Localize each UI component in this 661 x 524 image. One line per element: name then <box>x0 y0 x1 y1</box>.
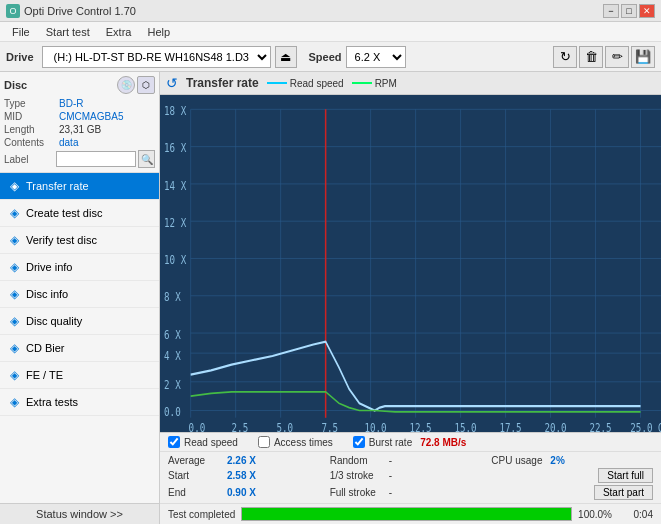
end-label: End <box>168 487 223 498</box>
svg-text:15.0: 15.0 <box>454 420 476 432</box>
write-button[interactable]: ✏ <box>605 46 629 68</box>
stroke-1-3-value: - <box>389 470 429 481</box>
chart-area: 18 X 16 X 14 X 12 X 10 X 8 X 6 X 4 X 2 X… <box>160 95 661 432</box>
svg-text:6 X: 6 X <box>164 327 181 342</box>
menu-extra[interactable]: Extra <box>98 24 140 40</box>
nav-verify-test-disc-label: Verify test disc <box>26 234 97 246</box>
disc-title: Disc <box>4 79 27 91</box>
average-group: Average 2.26 X <box>168 455 330 466</box>
average-label: Average <box>168 455 223 466</box>
svg-text:10.0: 10.0 <box>364 420 386 432</box>
svg-text:20.0: 20.0 <box>544 420 566 432</box>
menu-file[interactable]: File <box>4 24 38 40</box>
stats-row-2: Start 2.58 X 1/3 stroke - Start full <box>168 467 653 484</box>
nav-verify-test-disc[interactable]: ◈ Verify test disc <box>0 227 159 254</box>
menu-help[interactable]: Help <box>139 24 178 40</box>
erase-button[interactable]: 🗑 <box>579 46 603 68</box>
disc-info-icon: ◈ <box>6 286 22 302</box>
drive-label: Drive <box>6 51 34 63</box>
nav-fe-te[interactable]: ◈ FE / TE <box>0 362 159 389</box>
speed-label: Speed <box>309 51 342 63</box>
nav-disc-quality-label: Disc quality <box>26 315 82 327</box>
svg-text:14 X: 14 X <box>164 178 186 193</box>
svg-text:25.0 GB: 25.0 GB <box>630 420 661 432</box>
sidebar: Disc 💿 ⬡ Type BD-R MID CMCMAGBA5 Length … <box>0 72 160 524</box>
nav-extra-tests-label: Extra tests <box>26 396 78 408</box>
nav-disc-info-label: Disc info <box>26 288 68 300</box>
start-label: Start <box>168 470 223 481</box>
read-speed-checkbox[interactable] <box>168 436 180 448</box>
nav-items: ◈ Transfer rate ◈ Create test disc ◈ Ver… <box>0 173 159 503</box>
title-bar: O Opti Drive Control 1.70 − □ ✕ <box>0 0 661 22</box>
nav-drive-info[interactable]: ◈ Drive info <box>0 254 159 281</box>
random-group: Random - <box>330 455 492 466</box>
svg-text:12.5: 12.5 <box>409 420 431 432</box>
label-input[interactable] <box>56 151 136 167</box>
access-times-checkbox[interactable] <box>258 436 270 448</box>
cpu-value: 2% <box>550 455 590 466</box>
speed-select[interactable]: 6.2 X <box>346 46 406 68</box>
contents-value: data <box>59 137 78 148</box>
nav-transfer-rate[interactable]: ◈ Transfer rate <box>0 173 159 200</box>
average-value: 2.26 X <box>227 455 267 466</box>
access-times-checkbox-label: Access times <box>274 437 333 448</box>
progress-time: 0:04 <box>618 509 653 520</box>
maximize-button[interactable]: □ <box>621 4 637 18</box>
rpm-legend: RPM <box>352 78 397 89</box>
mid-label: MID <box>4 111 59 122</box>
disc-icon1[interactable]: 💿 <box>117 76 135 94</box>
status-window-button[interactable]: Status window >> <box>0 503 159 524</box>
disc-icon2[interactable]: ⬡ <box>137 76 155 94</box>
label-label: Label <box>4 154 54 165</box>
app-icon: O <box>6 4 20 18</box>
progress-bar-container <box>241 507 572 521</box>
svg-text:0.0: 0.0 <box>189 420 206 432</box>
refresh-button[interactable]: ↻ <box>553 46 577 68</box>
burst-rate-value: 72.8 MB/s <box>420 437 466 448</box>
disc-section: Disc 💿 ⬡ Type BD-R MID CMCMAGBA5 Length … <box>0 72 159 173</box>
right-panel: ↺ Transfer rate Read speed RPM 18 X 16 X… <box>160 72 661 524</box>
end-group: End 0.90 X <box>168 487 330 498</box>
full-stroke-label: Full stroke <box>330 487 385 498</box>
nav-disc-quality[interactable]: ◈ Disc quality <box>0 308 159 335</box>
status-text: Test completed <box>168 509 235 520</box>
svg-text:12 X: 12 X <box>164 215 186 230</box>
full-stroke-value: - <box>389 487 429 498</box>
svg-text:5.0: 5.0 <box>277 420 294 432</box>
burst-rate-checkbox[interactable] <box>353 436 365 448</box>
nav-create-test-disc-label: Create test disc <box>26 207 102 219</box>
chart-header: ↺ Transfer rate Read speed RPM <box>160 72 661 95</box>
svg-text:17.5: 17.5 <box>499 420 521 432</box>
start-part-button[interactable]: Start part <box>594 485 653 500</box>
read-speed-color <box>267 82 287 84</box>
nav-cd-bier[interactable]: ◈ CD Bier <box>0 335 159 362</box>
svg-text:16 X: 16 X <box>164 141 186 156</box>
svg-text:4 X: 4 X <box>164 349 181 364</box>
length-value: 23,31 GB <box>59 124 101 135</box>
start-full-button[interactable]: Start full <box>598 468 653 483</box>
bottom-panel: Read speed Access times Burst rate 72.8 … <box>160 432 661 524</box>
label-button[interactable]: 🔍 <box>138 150 155 168</box>
nav-disc-info[interactable]: ◈ Disc info <box>0 281 159 308</box>
burst-rate-checkbox-label: Burst rate <box>369 437 412 448</box>
nav-cd-bier-label: CD Bier <box>26 342 65 354</box>
start-group: Start 2.58 X <box>168 470 330 481</box>
nav-fe-te-label: FE / TE <box>26 369 63 381</box>
nav-create-test-disc[interactable]: ◈ Create test disc <box>0 200 159 227</box>
stats-row-3: End 0.90 X Full stroke - Start part <box>168 484 653 501</box>
stats-row-1: Average 2.26 X Random - CPU usage 2% <box>168 454 653 467</box>
eject-button[interactable]: ⏏ <box>275 46 297 68</box>
stroke-1-3-group: 1/3 stroke - <box>330 470 492 481</box>
svg-text:22.5: 22.5 <box>589 420 611 432</box>
close-button[interactable]: ✕ <box>639 4 655 18</box>
start-value: 2.58 X <box>227 470 267 481</box>
svg-text:0.0: 0.0 <box>164 405 181 420</box>
random-value: - <box>389 455 429 466</box>
fe-te-icon: ◈ <box>6 367 22 383</box>
save-button[interactable]: 💾 <box>631 46 655 68</box>
nav-extra-tests[interactable]: ◈ Extra tests <box>0 389 159 416</box>
drive-select[interactable]: (H:) HL-DT-ST BD-RE WH16NS48 1.D3 <box>42 46 271 68</box>
menu-start-test[interactable]: Start test <box>38 24 98 40</box>
minimize-button[interactable]: − <box>603 4 619 18</box>
read-speed-legend-label: Read speed <box>290 78 344 89</box>
